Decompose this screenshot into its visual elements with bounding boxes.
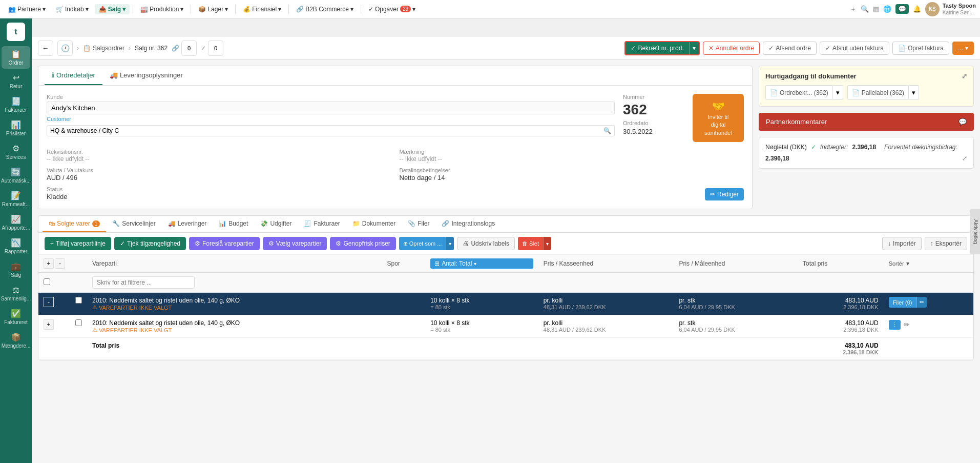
tab-filer[interactable]: 📎 Filer <box>402 216 435 232</box>
sidebar-item-automatisk[interactable]: 🔄 Automatisk... <box>2 164 30 187</box>
quick-access-card: Hurtigadgang til dokumenter ⤢ 📄 Ordrebek… <box>759 66 974 107</box>
sidebar-item-afrapporte[interactable]: 📈 Afrapporte... <box>2 211 30 234</box>
expand-key-numbers-icon[interactable]: ⤢ <box>962 155 967 162</box>
dokumenter-icon: 📁 <box>352 220 360 227</box>
breadcrumb-salgsordrer[interactable]: 📋 Salgsordrer <box>83 45 124 52</box>
sidebar-item-faktureret[interactable]: ✅ Faktureret <box>2 306 30 328</box>
history-button[interactable]: 🕐 <box>57 41 73 56</box>
sidebar-item-rapporter[interactable]: 📉 Rapporter <box>2 235 30 257</box>
doc-ordrebekr-arrow-button[interactable]: ▾ <box>833 85 843 100</box>
vaelg-varepartier-button[interactable]: ⚙ Vælg varepartier <box>263 237 327 250</box>
importer-button[interactable]: ↓ Importér <box>882 237 922 250</box>
total-empty-3 <box>382 338 425 360</box>
nav-b2b[interactable]: 🔗 B2B Commerce ▾ <box>292 4 358 14</box>
tab-solgte-varer[interactable]: 🛍 Solgte varer 1 <box>43 216 106 232</box>
slet-arrow-button[interactable]: ▾ <box>543 237 551 250</box>
chevron-down-icon: ▾ <box>43 6 46 13</box>
invite-digital-button[interactable]: 🤝 Invitér til digital samhandel <box>693 94 744 142</box>
customer-input[interactable]: Andy's Kitchen <box>47 102 615 114</box>
slet-main-button[interactable]: 🗑 Slet <box>518 237 543 250</box>
row2-edit-button[interactable]: ✏ <box>903 319 911 330</box>
nav-lager[interactable]: 📦 Lager ▾ <box>194 4 232 14</box>
table-header: + - Vareparti Spor <box>38 255 973 293</box>
tab-ordredetaljer[interactable]: ℹ Ordredetaljer <box>45 66 102 85</box>
udskriv-labels-button[interactable]: 🖨 Udskriv labels <box>457 237 515 250</box>
add-varepartilinje-button[interactable]: + Tilføj varepartilinje <box>45 237 111 250</box>
search-icon[interactable]: 🔍 <box>861 5 869 13</box>
row1-checkbox[interactable] <box>75 297 82 304</box>
tab-budget[interactable]: 📊 Budget <box>213 216 254 232</box>
breadcrumb-salg-nr[interactable]: Salg nr. 362 <box>135 45 168 52</box>
sidebar-item-services[interactable]: ⚙ Services <box>2 140 30 163</box>
tab-fakturaer[interactable]: 🧾 Fakturaer <box>298 216 346 232</box>
add-row-button[interactable]: + <box>44 258 54 269</box>
foresla-varepartier-button[interactable]: ⚙ Foreslå varepartier <box>189 237 260 250</box>
remove-row-button[interactable]: - <box>55 258 65 269</box>
nav-finansiel[interactable]: 💰 Finansiel ▾ <box>239 4 285 14</box>
back-button[interactable]: ← <box>38 41 53 56</box>
tab-dokumenter[interactable]: 📁 Dokumenter <box>346 216 402 232</box>
doc-pallelabel-button[interactable]: 📄 Pallelabel (362) <box>847 85 909 100</box>
confirm-main-button[interactable]: ✓ Bekræft m. prod. <box>625 42 689 54</box>
sidebar-item-retur[interactable]: ↩ Retur <box>2 70 30 92</box>
tab-servicelinjer[interactable]: 🔧 Servicelinjer <box>106 216 161 232</box>
row2-more-button[interactable]: ⋮ <box>889 320 901 330</box>
tab-leveringer[interactable]: 🚚 Leveringer <box>162 216 213 232</box>
tjek-tilgaengelighed-button[interactable]: ✓ Tjek tilgængelighed <box>114 237 186 250</box>
nav-produktion[interactable]: 🏭 Produktion ▾ <box>136 4 187 14</box>
filter-input[interactable] <box>92 276 195 289</box>
globe-icon[interactable]: 🌐 <box>883 5 891 13</box>
confirm-arrow-button[interactable]: ▾ <box>689 42 699 54</box>
tab-leveringsoplysninger[interactable]: 🚚 Leveringsoplysninger <box>102 66 190 85</box>
tab-udgifter[interactable]: 💸 Udgifter <box>254 216 298 232</box>
doc-ordrebekr-button[interactable]: 📄 Ordrebekr... (362) <box>765 85 833 100</box>
check-count-button[interactable]: 0 <box>208 41 223 56</box>
right-sidebar-toggle[interactable]: Aktivitetlog <box>970 209 980 254</box>
address-input[interactable]: HQ & warehouse / City C 🔍 <box>47 125 615 136</box>
sidebar: t 📋 Ordrer ↩ Retur 🧾 Fakturaer 📊 Prislis… <box>0 18 32 463</box>
expand-icon[interactable]: ⤢ <box>962 72 967 80</box>
doc-pallelabel-arrow-button[interactable]: ▾ <box>909 85 919 100</box>
sidebar-item-maengdere[interactable]: 📦 Mængdere... <box>2 329 30 352</box>
sidebar-item-salg[interactable]: 💼 Salg <box>2 258 30 281</box>
row1-expand-button[interactable]: - <box>44 297 54 307</box>
sidebar-item-sammenlig[interactable]: ⚖ Sammenlig... <box>2 282 30 305</box>
row2-checkbox[interactable] <box>75 319 82 326</box>
opret-som-arrow-button[interactable]: ▾ <box>446 237 454 250</box>
row2-expand-button[interactable]: + <box>44 319 54 330</box>
link-count-button[interactable]: 0 <box>181 41 197 56</box>
eksporter-button[interactable]: ↑ Eksportér <box>925 237 967 250</box>
genopfrisk-priser-button[interactable]: ⚙ Genopfrisk priser <box>330 237 395 250</box>
sidebar-item-rammeaft[interactable]: 📝 Rammeaft... <box>2 188 30 210</box>
send-order-button[interactable]: ✓ Afsend ordre <box>763 42 817 55</box>
nav-salg[interactable]: 📤 Salg ▾ <box>95 4 130 14</box>
sidebar-item-prislister[interactable]: 📊 Prislister <box>2 117 30 139</box>
nav-partnere[interactable]: 👥 Partnere ▾ <box>4 4 50 14</box>
chat-icon[interactable]: 💬 <box>895 4 909 14</box>
order-card-body: Kunde Andy's Kitchen Customer HQ & wareh… <box>38 86 752 209</box>
select-all-checkbox[interactable] <box>44 278 50 285</box>
add-icon[interactable]: ＋ <box>850 5 857 14</box>
nav-opgaver[interactable]: ✓ Opgaver 23 ▾ <box>364 4 420 14</box>
create-invoice-button[interactable]: 📄 Opret faktura <box>892 42 949 55</box>
opret-som-main-button[interactable]: ⊕ Opret som ... <box>399 237 446 250</box>
cancel-order-button[interactable]: ✕ Annullér ordre <box>703 42 760 55</box>
sidebar-item-ordrer[interactable]: 📋 Ordrer <box>2 46 30 69</box>
finish-no-invoice-button[interactable]: ✓ Afslut uden faktura <box>820 42 889 55</box>
date-field: Ordredato 30.5.2022 <box>623 120 684 135</box>
import-icon: ↓ <box>888 240 891 247</box>
row1-files-button[interactable]: Filer (0) <box>889 297 916 308</box>
more-button[interactable]: ... ▾ <box>952 42 974 55</box>
chat-bubble-icon[interactable]: 💬 <box>958 118 967 126</box>
sidebar-item-fakturaer[interactable]: 🧾 Fakturaer <box>2 93 30 116</box>
row1-files-arrow-button[interactable]: ✏ <box>916 297 927 308</box>
bell-icon[interactable]: 🔔 <box>913 5 921 13</box>
customer-field: Kunde Andy's Kitchen Customer HQ & wareh… <box>47 94 615 136</box>
tab-integrationslogs[interactable]: 🔗 Integrationslogs <box>435 216 501 232</box>
edit-button[interactable]: ✏ Redigér <box>705 188 744 200</box>
integrationslogs-icon: 🔗 <box>442 220 449 227</box>
nav-indkob[interactable]: 🛒 Indkøb ▾ <box>52 4 93 14</box>
order-card-tabs: ℹ Ordredetaljer 🚚 Leveringsoplysninger <box>38 66 752 86</box>
antal-badge[interactable]: ⊞ Antal: Total ▾ <box>430 258 533 269</box>
barcode-icon[interactable]: ▦ <box>873 5 879 13</box>
